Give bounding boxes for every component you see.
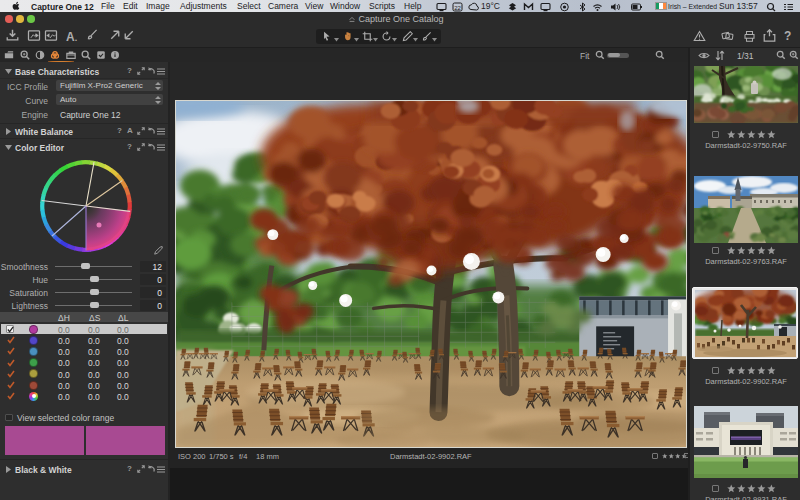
svg-text:22: 22 <box>454 4 461 10</box>
